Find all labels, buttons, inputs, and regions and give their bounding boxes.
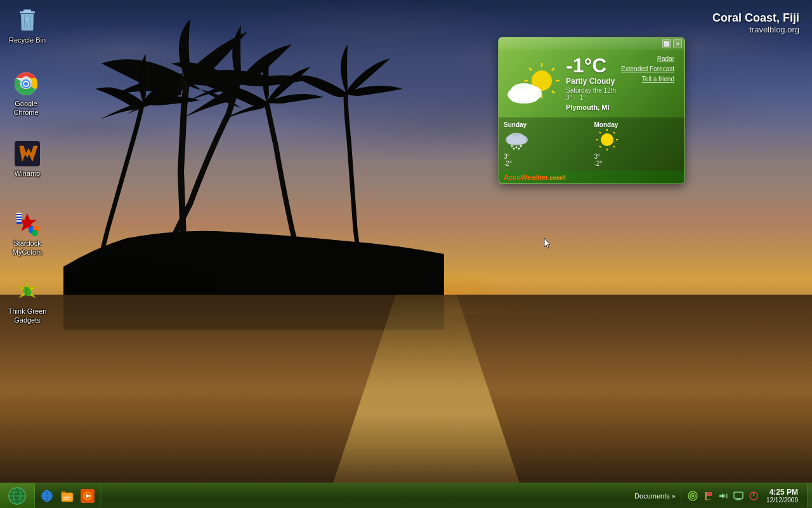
svg-rect-14 bbox=[16, 215, 22, 217]
svg-point-41 bbox=[513, 148, 515, 150]
svg-rect-15 bbox=[16, 218, 22, 219]
weather-date: Saturday the 12th bbox=[566, 87, 616, 94]
svg-point-43 bbox=[601, 133, 613, 146]
svg-line-27 bbox=[552, 91, 554, 93]
radar-link[interactable]: Radar bbox=[621, 54, 674, 64]
documents-label[interactable]: Documents » bbox=[629, 492, 681, 500]
location-source: travelblog.org bbox=[712, 25, 799, 34]
forecast-monday-low: -2° bbox=[594, 160, 680, 167]
forecast-monday-name: Monday bbox=[594, 121, 680, 128]
tell-friend-link[interactable]: Tell a friend bbox=[621, 74, 674, 84]
weather-icon-area bbox=[504, 55, 561, 112]
chrome-image bbox=[13, 71, 39, 97]
widget-links: Radar Extended Forecast Tell a friend bbox=[621, 54, 679, 112]
forecast-sunday-low: -2° bbox=[504, 160, 589, 167]
svg-rect-16 bbox=[16, 220, 22, 222]
ie-quicklaunch[interactable] bbox=[37, 486, 56, 505]
winamp-label: Winamp bbox=[8, 169, 47, 178]
svg-point-33 bbox=[510, 93, 538, 104]
svg-line-49 bbox=[613, 146, 615, 147]
extended-forecast-link[interactable]: Extended Forecast bbox=[621, 64, 674, 74]
forecast-monday: Monday 3° -2° bbox=[594, 121, 680, 167]
svg-rect-80 bbox=[734, 492, 743, 498]
temperature-display: -1°C bbox=[566, 55, 616, 76]
location-text: Coral Coast, Fiji travelblog.org bbox=[712, 11, 799, 34]
widget-close-button[interactable]: ✕ bbox=[673, 39, 682, 48]
temp-range: 3° - -1° bbox=[566, 94, 616, 101]
widget-titlebar: ⬜ ✕ bbox=[499, 37, 684, 50]
stardock-label: StardockMyColors bbox=[8, 239, 47, 257]
clock-date: 12/12/2009 bbox=[766, 497, 798, 504]
svg-point-38 bbox=[511, 145, 513, 147]
weather-info: -1°C Partly Cloudy Saturday the 12th 3° … bbox=[566, 55, 616, 112]
svg-line-51 bbox=[599, 146, 601, 147]
stardock-image bbox=[15, 211, 40, 236]
power-icon[interactable] bbox=[747, 490, 760, 502]
svg-rect-65 bbox=[62, 491, 65, 493]
recycle-bin-image bbox=[15, 8, 40, 33]
svg-rect-76 bbox=[707, 492, 712, 496]
svg-rect-75 bbox=[705, 492, 707, 500]
google-chrome-icon[interactable]: GoogleChrome bbox=[4, 69, 48, 120]
svg-point-10 bbox=[24, 82, 28, 86]
forecast-monday-high: 3° bbox=[594, 153, 680, 160]
svg-line-48 bbox=[599, 132, 601, 133]
clock-time: 4:25 PM bbox=[766, 488, 798, 497]
think-green-icon[interactable]: Think GreenGadgets bbox=[5, 276, 49, 328]
location-name: Coral Coast, Fiji bbox=[712, 11, 799, 25]
winamp-image bbox=[15, 141, 40, 166]
explorer-quicklaunch[interactable] bbox=[58, 486, 77, 505]
recycle-bin-label: Recycle Bin bbox=[8, 36, 47, 44]
recycle-bin-icon[interactable]: Recycle Bin bbox=[5, 5, 49, 47]
weather-condition: Partly Cloudy bbox=[566, 77, 616, 86]
desktop: Coral Coast, Fiji travelblog.org Recycle… bbox=[0, 0, 812, 508]
quick-launch bbox=[35, 483, 100, 509]
taskbar-separator bbox=[102, 487, 102, 505]
thinkgreen-label: Think GreenGadgets bbox=[8, 307, 47, 325]
widget-body: -1°C Partly Cloudy Saturday the 12th 3° … bbox=[499, 50, 684, 117]
svg-rect-3 bbox=[23, 10, 31, 12]
weather-location: Plymouth, MI bbox=[566, 104, 616, 111]
winamp-icon[interactable]: Winamp bbox=[5, 138, 49, 180]
svg-point-37 bbox=[508, 139, 525, 145]
system-tray: 4:25 PM 12/12/2009 bbox=[681, 488, 807, 504]
svg-point-74 bbox=[691, 495, 694, 497]
forecast-sunday: Sunday 3° -2° bbox=[504, 121, 589, 167]
thinkgreen-image bbox=[15, 279, 40, 304]
svg-point-40 bbox=[520, 145, 522, 147]
svg-rect-78 bbox=[719, 495, 722, 497]
clock[interactable]: 4:25 PM 12/12/2009 bbox=[763, 488, 802, 504]
show-desktop-button[interactable] bbox=[807, 485, 812, 507]
network-icon[interactable] bbox=[686, 490, 699, 502]
flag-icon[interactable] bbox=[702, 490, 714, 502]
widget-restore-button[interactable]: ⬜ bbox=[662, 39, 671, 48]
weather-widget: ⬜ ✕ bbox=[498, 37, 685, 184]
widget-footer: AccuWeather.com® bbox=[499, 171, 684, 184]
stardock-mycolors-icon[interactable]: StardockMyColors bbox=[5, 208, 49, 260]
media-player-quicklaunch[interactable] bbox=[78, 486, 97, 505]
speaker-icon[interactable] bbox=[717, 490, 730, 502]
chrome-label: GoogleChrome bbox=[6, 99, 46, 117]
svg-point-39 bbox=[516, 147, 518, 149]
start-button[interactable] bbox=[0, 483, 35, 509]
svg-point-19 bbox=[32, 230, 38, 236]
svg-line-26 bbox=[529, 68, 532, 70]
svg-rect-13 bbox=[16, 213, 22, 214]
forecast-sunday-high: 3° bbox=[504, 153, 589, 160]
svg-line-50 bbox=[613, 132, 615, 133]
forecast-sunday-name: Sunday bbox=[504, 121, 589, 128]
svg-line-28 bbox=[552, 68, 554, 70]
accuweather-logo: AccuWeather.com® bbox=[504, 173, 566, 181]
forecast-row: Sunday 3° -2° bbox=[499, 117, 684, 171]
display-icon[interactable] bbox=[732, 490, 745, 502]
svg-point-42 bbox=[518, 148, 520, 150]
svg-point-1 bbox=[183, 83, 189, 89]
palm-silhouette bbox=[63, 13, 444, 330]
svg-marker-79 bbox=[722, 493, 725, 498]
taskbar: Documents » bbox=[0, 483, 812, 508]
